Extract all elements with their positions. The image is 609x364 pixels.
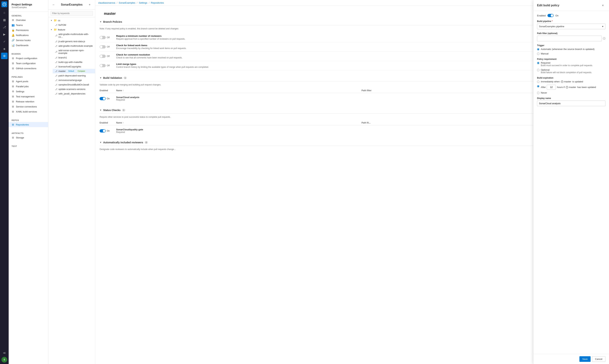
breadcrumb-page[interactable]: Repositories (151, 1, 164, 4)
toggle-sonarcloud-analysis[interactable] (100, 97, 106, 100)
expiration-after-branch: master (569, 86, 576, 89)
policy-optional-desc: Build failure will not block completion … (541, 71, 592, 74)
nav-icon-settings[interactable]: ⚙ (1, 53, 8, 59)
sidebar-item-test-management[interactable]: ⊞Test management (9, 94, 48, 99)
branch-icon: ⎇ (55, 65, 57, 68)
toggle-merge-label: Off (107, 64, 110, 67)
expiration-immediately-radio[interactable] (537, 81, 539, 83)
auto-reviewers-section[interactable]: ▼ Automatically included reviewers 0 (100, 139, 605, 146)
status-checks-heading: Status Checks (103, 109, 120, 112)
branch-icon: ⎇ (55, 92, 57, 95)
tree-branch-with-java8[interactable]: ⎇ with_java8_dependencies (53, 91, 95, 96)
trigger-manual-radio[interactable] (537, 53, 539, 55)
branch-icon: ⎇ (55, 83, 57, 86)
user-avatar[interactable]: S (1, 357, 7, 363)
tree-branch-removesonarlanguage[interactable]: ⎇ removesonarlanguage (53, 78, 95, 82)
tree-branch-add-sonar-scanner[interactable]: ⎇ add-sonar-scanner-npm-example (53, 48, 95, 55)
auto-reviewers-heading: Automatically included reviewers (103, 141, 143, 144)
sidebar-item-service-connections[interactable]: ⊞Service connections (9, 104, 48, 109)
sidebar-item-github-connections[interactable]: ⊞GitHub connections (9, 66, 48, 71)
add-repo-button[interactable]: + (87, 2, 92, 7)
nav-icon-home[interactable]: ⌂ (1, 9, 8, 16)
status-checks-section[interactable]: ▼ Status Checks 1 (100, 107, 605, 114)
nav-icon-artifacts[interactable]: ◈ (1, 45, 8, 52)
toggle-merge-types[interactable] (100, 64, 106, 67)
breadcrumb-project[interactable]: SonarExamples (119, 1, 135, 4)
sidebar-item-settings[interactable]: ⚙Settings (9, 89, 48, 94)
sidebar-item-team-config[interactable]: ⊞Team configuration (9, 61, 48, 66)
chevron-icon: ▼ (100, 141, 102, 144)
nav-icon-repos[interactable]: ⎇ (1, 24, 8, 30)
toggle-comment-resolution[interactable] (100, 55, 106, 58)
breadcrumb-org[interactable]: claudiasonarova (98, 1, 115, 4)
toggle-min-reviewers[interactable] (100, 36, 106, 39)
toggle-min-reviewers-label: Off (107, 36, 110, 39)
tree-folder-cs[interactable]: ▼ 📁 cs (48, 18, 95, 23)
nav-icon-tests[interactable]: ✓ (1, 38, 8, 45)
policy-desc-comment: Check to see that all comments have been… (116, 56, 182, 59)
trigger-automatic-radio[interactable] (537, 48, 539, 51)
modal-close-button[interactable]: × (600, 3, 605, 8)
tree-branch-samples[interactable]: ⎇ samplesShouldBuildOnJava8 (53, 82, 95, 87)
project-settings-subtitle: SonarExamples (12, 6, 27, 9)
tree-branch-jt-add-generic[interactable]: ⎇ jt-add-generic-test-data-js (53, 39, 95, 44)
build-validation-section[interactable]: ▼ Build Validation 1 (100, 75, 605, 81)
branch-policies-note: Note: If any required policy is enabled,… (100, 27, 605, 30)
tree-branch-master[interactable]: ⎇ master Default Compare (53, 69, 95, 73)
sidebar-item-notifications[interactable]: 🔔Notifications (9, 33, 48, 38)
app-logo[interactable] (1, 1, 7, 7)
tree-branch-build-cpp[interactable]: ⎇ build-cpp-with-makefile (53, 60, 95, 64)
policy-required-radio[interactable] (537, 62, 539, 64)
sidebar-item-permissions[interactable]: 🔒Permissions (9, 27, 48, 33)
save-button[interactable]: Save (579, 356, 591, 362)
expiration-after-radio[interactable] (537, 85, 539, 87)
quality-gate-status: Required (116, 131, 603, 133)
col-name-label2: Name ↑ (116, 121, 359, 124)
chevron-icon: ▼ (100, 109, 102, 111)
sidebar-item-project-config[interactable]: ⊞Project configuration (9, 56, 48, 61)
sidebar-item-parallel-jobs[interactable]: ⊞Parallel jobs (9, 84, 48, 89)
section-title-pipelines: Pipelines (9, 75, 48, 79)
tree-branch-add-gradle-multimodule-example[interactable]: ⎇ add-gradle-multimodule-example (53, 44, 95, 48)
sidebar-item-xaml-build[interactable]: ⊞XAML build services (9, 109, 48, 114)
tree-folder-feature[interactable]: ▼ 📁 feature (48, 27, 95, 32)
tree-branch-add-gradle-multimodule[interactable]: ⎇ add-gradle-multimodule-with-co... (53, 32, 95, 39)
sidebar-item-release-retention[interactable]: ⊞Release retention (9, 99, 48, 104)
tree-branch-branch1[interactable]: ⎇ branch1 (53, 55, 95, 60)
branch-policies-section[interactable]: ▼ Branch Policies (100, 19, 605, 25)
edit-build-policy-modal: Edit build policy × Enabled On Build pip… (533, 0, 609, 364)
sidebar-item-teams[interactable]: 👥Teams (9, 23, 48, 27)
build-pipeline-select[interactable]: SonarExamples pipeline ▾ (537, 24, 605, 29)
toggle-linked-work-items[interactable] (100, 45, 106, 49)
sidebar-item-agent-pools[interactable]: ⊞Agent pools (9, 79, 48, 84)
cancel-button[interactable]: Cancel (592, 356, 605, 362)
tree-branch-patch-deprecated[interactable]: ⎇ patch-deprecated-warning (53, 73, 95, 78)
nav-icon-boards[interactable]: ▦ (1, 17, 8, 23)
path-filter-input[interactable] (537, 36, 602, 41)
expiration-never-radio[interactable] (537, 92, 539, 94)
sidebar-item-repositories[interactable]: ⊞Repositories (9, 122, 48, 127)
breadcrumb-section[interactable]: Settings (139, 1, 147, 4)
display-name-input[interactable] (537, 101, 605, 106)
sidebar-item-dashboards[interactable]: 📊Dashboards (9, 43, 48, 48)
tree-branch-license[interactable]: ⎇ licenseAndCopyrights (53, 64, 95, 69)
policy-optional-option: Optional Build failure will not block co… (537, 68, 605, 74)
tree-branch-update-scanners[interactable]: ⎇ update-scanners-versions (53, 87, 95, 91)
toggle-comment-label: Off (107, 55, 110, 57)
branch-icon: ⎇ (55, 70, 57, 72)
sidebar-item-overview[interactable]: ⊞Overview (9, 17, 48, 23)
tree-branch-fixPOM[interactable]: ⎇ fixPOM (53, 23, 95, 27)
back-button[interactable]: ← (51, 2, 56, 7)
filter-input[interactable] (51, 11, 93, 16)
toggle-quality-gate[interactable] (100, 129, 106, 132)
branch-icon: ⎇ (55, 45, 57, 47)
policy-optional-radio[interactable] (537, 69, 539, 71)
modal-enabled-toggle[interactable] (547, 14, 554, 17)
sidebar-item-service-hooks[interactable]: 🔗Service hooks (9, 38, 48, 43)
chevron-icon: ▼ (51, 19, 53, 21)
sidebar-item-storage[interactable]: ⊞Storage (9, 135, 48, 140)
nav-icon-pipelines[interactable]: ▶ (1, 31, 8, 38)
hours-input[interactable] (547, 85, 556, 90)
branch-icon: ⎇ (55, 40, 57, 43)
nav-icon-expand[interactable]: ≪ (1, 350, 8, 356)
